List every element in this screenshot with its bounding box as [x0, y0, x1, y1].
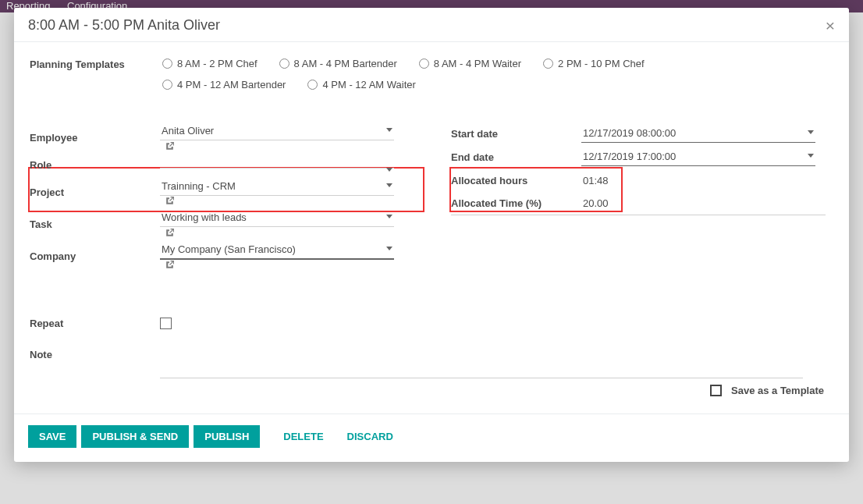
repeat-label: Repeat — [30, 318, 160, 329]
template-option-label: 4 PM - 12 AM Bartender — [177, 79, 286, 91]
modal-footer: SAVE PUBLISH & SEND PUBLISH DELETE DISCA… — [14, 413, 849, 462]
publish-send-button[interactable]: PUBLISH & SEND — [81, 425, 189, 448]
radio-icon — [279, 59, 289, 69]
external-link-icon[interactable] — [165, 196, 175, 208]
role-label: Role — [30, 159, 160, 171]
planning-templates-row: Planning Templates 8 AM - 2 PM Chef 8 AM… — [30, 58, 833, 100]
repeat-row: Repeat — [30, 311, 833, 335]
radio-icon — [162, 59, 172, 69]
external-link-icon[interactable] — [165, 141, 175, 154]
planning-templates-label: Planning Templates — [30, 58, 162, 100]
template-option-label: 4 PM - 12 AM Waiter — [322, 79, 415, 91]
template-option-label: 8 AM - 2 PM Chef — [177, 58, 257, 69]
save-button[interactable]: SAVE — [28, 425, 76, 448]
repeat-checkbox[interactable] — [160, 318, 172, 329]
employee-label: Employee — [30, 132, 160, 144]
form-columns: Employee Anita Oliver Role — [30, 122, 833, 272]
discard-button[interactable]: DISCARD — [338, 425, 403, 448]
end-date-input[interactable]: 12/17/2019 17:00:00 — [581, 147, 815, 166]
start-date-row: Start date 12/17/2019 08:00:00 — [451, 122, 826, 145]
company-label: Company — [30, 250, 160, 262]
save-as-template-checkbox[interactable] — [710, 385, 722, 396]
template-option[interactable]: 8 AM - 4 PM Waiter — [419, 58, 521, 69]
company-select[interactable]: My Company (San Francisco) — [160, 240, 394, 260]
employee-value: Anita Oliver — [162, 125, 214, 137]
chevron-down-icon — [386, 128, 392, 132]
company-value: My Company (San Francisco) — [162, 243, 296, 255]
note-row: Note — [30, 349, 833, 378]
template-option[interactable]: 8 AM - 4 PM Bartender — [279, 58, 397, 69]
allocated-hours-value: 01:48 — [581, 172, 610, 190]
task-row: Task Working with leads — [30, 208, 420, 240]
template-option[interactable]: 2 PM - 10 PM Chef — [543, 58, 645, 69]
start-date-value: 12/17/2019 08:00:00 — [583, 127, 676, 139]
chevron-down-icon — [386, 183, 392, 187]
employee-select[interactable]: Anita Oliver — [160, 122, 394, 140]
close-icon[interactable]: × — [826, 17, 835, 34]
employee-row: Employee Anita Oliver — [30, 122, 420, 154]
template-option-label: 2 PM - 10 PM Chef — [558, 58, 645, 69]
project-label: Project — [30, 186, 160, 198]
save-as-template-row: Save as a Template — [30, 378, 833, 406]
project-row: Project Trainning - CRM — [30, 177, 420, 209]
delete-button[interactable]: DELETE — [274, 425, 332, 448]
start-date-label: Start date — [451, 128, 581, 140]
end-date-value: 12/17/2019 17:00:00 — [583, 151, 676, 162]
planning-templates-options: 8 AM - 2 PM Chef 8 AM - 4 PM Bartender 8… — [162, 58, 833, 100]
allocated-time-label: Allocated Time (%) — [451, 197, 581, 209]
task-select[interactable]: Working with leads — [160, 208, 394, 227]
chevron-down-icon — [808, 154, 814, 158]
modal-body: Planning Templates 8 AM - 2 PM Chef 8 AM… — [14, 42, 849, 413]
allocated-hours-row: Allocated hours 01:48 — [451, 169, 826, 192]
end-date-row: End date 12/17/2019 17:00:00 — [451, 145, 826, 169]
template-option[interactable]: 8 AM - 2 PM Chef — [162, 58, 257, 69]
note-label: Note — [30, 349, 160, 360]
save-as-template-label: Save as a Template — [731, 385, 824, 396]
start-date-input[interactable]: 12/17/2019 08:00:00 — [581, 124, 815, 143]
modal-header: 8:00 AM - 5:00 PM Anita Oliver × — [14, 8, 849, 42]
template-option[interactable]: 4 PM - 12 AM Bartender — [162, 79, 286, 91]
chevron-down-icon — [386, 247, 392, 250]
template-option-label: 8 AM - 4 PM Bartender — [294, 58, 397, 69]
chevron-down-icon — [808, 130, 814, 134]
end-date-label: End date — [451, 151, 581, 163]
chevron-down-icon — [386, 168, 392, 172]
radio-icon — [419, 59, 429, 69]
role-select[interactable] — [160, 161, 394, 169]
template-option[interactable]: 4 PM - 12 AM Waiter — [307, 79, 415, 91]
modal-dialog: 8:00 AM - 5:00 PM Anita Oliver × Plannin… — [14, 8, 849, 462]
project-select[interactable]: Trainning - CRM — [160, 177, 394, 196]
task-value: Working with leads — [162, 211, 247, 223]
template-option-label: 8 AM - 4 PM Waiter — [434, 58, 521, 69]
form-right-column: Start date 12/17/2019 08:00:00 End date … — [451, 122, 826, 272]
radio-icon — [307, 80, 318, 90]
chevron-down-icon — [386, 215, 392, 218]
radio-icon — [162, 80, 172, 90]
external-link-icon[interactable] — [165, 228, 175, 240]
role-row: Role — [30, 154, 420, 177]
company-row: Company My Company (San Francisco) — [30, 240, 420, 273]
allocated-time-row: Allocated Time (%) 20.00 — [451, 192, 826, 215]
external-link-icon[interactable] — [165, 260, 175, 272]
allocated-time-value: 20.00 — [581, 194, 610, 212]
radio-icon — [543, 59, 553, 69]
note-input[interactable] — [160, 352, 803, 378]
form-left-column: Employee Anita Oliver Role — [30, 122, 420, 272]
modal-title: 8:00 AM - 5:00 PM Anita Oliver — [28, 17, 220, 34]
allocated-hours-label: Allocated hours — [451, 175, 581, 186]
publish-button[interactable]: PUBLISH — [194, 425, 260, 448]
task-label: Task — [30, 218, 160, 230]
project-value: Trainning - CRM — [162, 180, 236, 192]
